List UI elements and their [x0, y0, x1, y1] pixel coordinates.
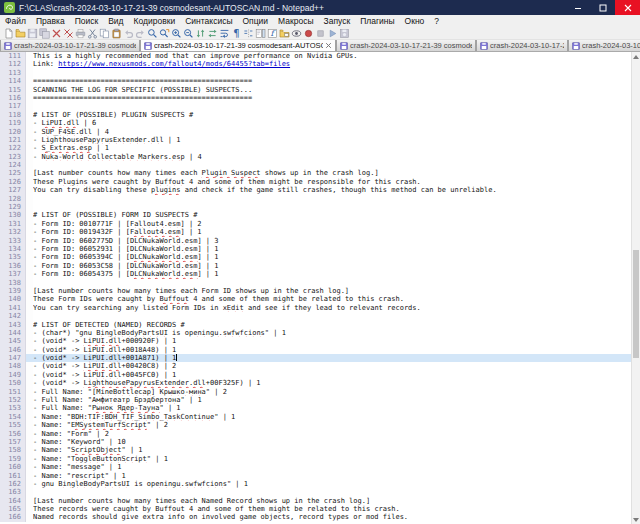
bookmark-margin[interactable]	[26, 237, 33, 245]
line-text[interactable]: - Form ID: 06054375 | [DLCNukaWorld.esm]…	[33, 270, 631, 278]
redo-icon[interactable]	[135, 28, 146, 39]
line-number[interactable]: 113	[0, 69, 26, 77]
bookmark-margin[interactable]	[26, 379, 33, 387]
line-text[interactable]: - (void* -> LiPUI.dll+00420C8) | 2	[33, 362, 631, 370]
line-text[interactable]: [Last number counts how many times each …	[33, 169, 631, 177]
bookmark-margin[interactable]	[26, 178, 33, 186]
bookmark-margin[interactable]	[26, 488, 33, 496]
line-text[interactable]: - Form ID: 0605394C | [DLCNukaWorld.esm]…	[33, 253, 631, 261]
line-text[interactable]: [Last number counts how many times each …	[33, 497, 631, 505]
line-number[interactable]: 160	[0, 463, 26, 471]
line-number[interactable]: 164	[0, 497, 26, 505]
line-text[interactable]	[33, 69, 631, 77]
bookmark-margin[interactable]	[26, 220, 33, 228]
folder-as-workspace-icon[interactable]	[279, 28, 290, 39]
line-number[interactable]: 122	[0, 144, 26, 152]
tab-1[interactable]: crash-2024-03-10-17-21-39 cosmodesant-AU…	[140, 40, 336, 51]
bookmark-margin[interactable]	[26, 480, 33, 488]
line-text[interactable]	[33, 102, 631, 110]
line-number[interactable]: 128	[0, 195, 26, 203]
line-number[interactable]: 161	[0, 472, 26, 480]
line-number[interactable]: 166	[0, 513, 26, 521]
save-all-icon[interactable]	[39, 28, 50, 39]
code-area[interactable]: 111This is a highly recommended mod that…	[0, 52, 631, 524]
line-text[interactable]: - Nuka-World Collectable Markers.esp | 4	[33, 153, 631, 161]
bookmark-margin[interactable]	[26, 86, 33, 94]
line-text[interactable]: - LiPUI.dll | 6	[33, 119, 631, 127]
line-number[interactable]: 143	[0, 321, 26, 329]
line-number[interactable]: 139	[0, 287, 26, 295]
line-text[interactable]: # LIST OF (POSSIBLE) PLUGIN SUSPECTS #	[33, 111, 631, 119]
bookmark-margin[interactable]	[26, 421, 33, 429]
bookmark-margin[interactable]	[26, 153, 33, 161]
line-number[interactable]: 146	[0, 346, 26, 354]
tab-2[interactable]: crash-2024-03-10-17-21-39 cosmodesant	[336, 40, 476, 51]
line-text[interactable]: - Name: "rescript" | 1	[33, 472, 631, 480]
bookmark-margin[interactable]	[26, 60, 33, 68]
line-text[interactable]: - gnu BingleBodyPartsUI is openingu.swfw…	[33, 480, 631, 488]
line-number[interactable]: 126	[0, 178, 26, 186]
line-text[interactable]: Link: https://www.nexusmods.com/fallout4…	[33, 60, 631, 68]
tab-close-icon[interactable]	[325, 42, 332, 49]
bookmark-margin[interactable]	[26, 329, 33, 337]
close-icon[interactable]	[51, 28, 62, 39]
line-text[interactable]: - Full Name: "Рынок Ядер-Тауна" | 1	[33, 404, 631, 412]
line-text[interactable]: # LIST OF (POSSIBLE) FORM ID SUSPECTS #	[33, 211, 631, 219]
line-text[interactable]: [Last number counts how many times each …	[33, 287, 631, 295]
bookmark-margin[interactable]	[26, 430, 33, 438]
line-number[interactable]: 163	[0, 488, 26, 496]
line-text[interactable]: - (char*) "gnu BingleBodyPartsUI is open…	[33, 329, 631, 337]
bookmark-margin[interactable]	[26, 295, 33, 303]
line-text[interactable]: This is a highly recommended mod that ca…	[33, 52, 631, 60]
scrollbar-down-button[interactable]	[632, 515, 640, 524]
line-number[interactable]: 120	[0, 128, 26, 136]
bookmark-margin[interactable]	[26, 69, 33, 77]
line-number[interactable]: 154	[0, 413, 26, 421]
line-number[interactable]: 149	[0, 371, 26, 379]
line-text[interactable]: These records were caught by Buffout 4 a…	[33, 505, 631, 513]
line-text[interactable]: - Form ID: 0019432F | [Fallout4.esm] | 1	[33, 228, 631, 236]
save-macro-icon[interactable]	[339, 28, 350, 39]
line-number[interactable]: 132	[0, 228, 26, 236]
bookmark-margin[interactable]	[26, 262, 33, 270]
line-text[interactable]: - Form ID: 06053C58 | [DLCNukaWorld.esm]…	[33, 262, 631, 270]
bookmark-margin[interactable]	[26, 52, 33, 60]
line-text[interactable]: Named records should give extra info on …	[33, 513, 631, 521]
bookmark-margin[interactable]	[26, 253, 33, 261]
menu-item-6[interactable]: Опции	[238, 15, 274, 27]
line-number[interactable]: 141	[0, 304, 26, 312]
bookmark-margin[interactable]	[26, 279, 33, 287]
vertical-scrollbar[interactable]	[631, 52, 640, 524]
bookmark-margin[interactable]	[26, 211, 33, 219]
bookmark-margin[interactable]	[26, 102, 33, 110]
menu-item-7[interactable]: Макросы	[273, 15, 318, 27]
play-macro-icon[interactable]	[327, 28, 338, 39]
line-number[interactable]: 135	[0, 253, 26, 261]
line-number[interactable]: 152	[0, 396, 26, 404]
line-number[interactable]: 123	[0, 153, 26, 161]
line-number[interactable]: 142	[0, 312, 26, 320]
close-all-icon[interactable]	[63, 28, 74, 39]
line-text[interactable]: - Name: "ToggleButtonScript" | 1	[33, 455, 631, 463]
print-icon[interactable]	[75, 28, 86, 39]
open-file-icon[interactable]	[15, 28, 26, 39]
line-text[interactable]: These Form IDs were caught by Buffout 4 …	[33, 295, 631, 303]
undo-icon[interactable]	[123, 28, 134, 39]
line-number[interactable]: 136	[0, 262, 26, 270]
line-number[interactable]: 145	[0, 337, 26, 345]
line-number[interactable]: 117	[0, 102, 26, 110]
bookmark-margin[interactable]	[26, 144, 33, 152]
cut-icon[interactable]	[87, 28, 98, 39]
line-text[interactable]: - (void* -> LiPUI.dll+0045FC0) | 1	[33, 371, 631, 379]
bookmark-margin[interactable]	[26, 321, 33, 329]
bookmark-margin[interactable]	[26, 186, 33, 194]
save-icon[interactable]	[27, 28, 38, 39]
bookmark-margin[interactable]	[26, 346, 33, 354]
record-macro-icon[interactable]	[303, 28, 314, 39]
find-icon[interactable]	[147, 28, 158, 39]
line-text[interactable]	[33, 279, 631, 287]
bookmark-margin[interactable]	[26, 497, 33, 505]
line-text[interactable]: - Name: "ScriptObject" | 1	[33, 446, 631, 454]
line-number[interactable]: 127	[0, 186, 26, 194]
line-number[interactable]: 115	[0, 86, 26, 94]
